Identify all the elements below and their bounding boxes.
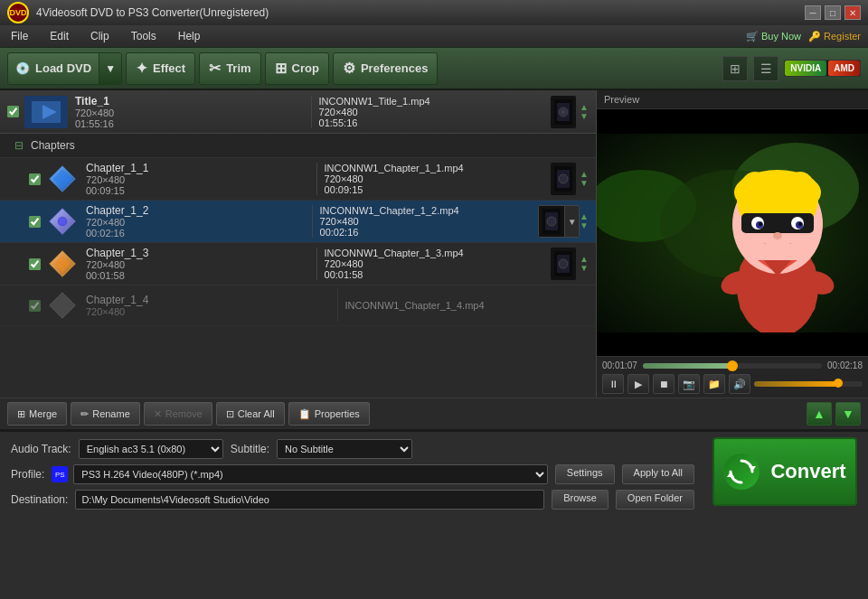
x-icon: ✕ bbox=[154, 408, 162, 420]
menu-clip[interactable]: Clip bbox=[87, 28, 113, 44]
menu-help[interactable]: Help bbox=[175, 28, 204, 44]
svg-rect-14 bbox=[59, 218, 65, 224]
rename-button[interactable]: ✏ Rename bbox=[71, 402, 140, 426]
merge-button[interactable]: ⊞ Merge bbox=[7, 402, 67, 426]
chapter-3-arrow-down[interactable]: ▼ bbox=[580, 264, 589, 273]
move-buttons: ▲ ▼ bbox=[807, 402, 861, 426]
chapters-expand-button[interactable]: ⊟ bbox=[14, 139, 24, 152]
chapter-4-checkbox[interactable] bbox=[29, 300, 41, 312]
volume-icon[interactable]: 🔊 bbox=[729, 374, 750, 394]
volume-bar[interactable] bbox=[754, 381, 863, 387]
title-thumbnail bbox=[24, 96, 68, 128]
crop-icon: ⊞ bbox=[275, 60, 287, 77]
chapter-2-arrows: ▲ ▼ bbox=[580, 212, 589, 230]
browse-button[interactable]: Browse bbox=[552, 490, 609, 510]
profile-select[interactable]: PS3 H.264 Video(480P) (*.mp4) bbox=[73, 464, 547, 484]
trim-button[interactable]: ✂ Trim bbox=[199, 52, 260, 85]
load-dvd-dropdown-arrow[interactable]: ▼ bbox=[99, 53, 121, 84]
convert-area: Convert bbox=[712, 437, 857, 506]
clear-all-button[interactable]: ⊡ Clear All bbox=[216, 402, 285, 426]
chapter-2-arrow-down[interactable]: ▼ bbox=[580, 221, 589, 230]
divider bbox=[337, 289, 338, 322]
chapter-1-arrow-down[interactable]: ▼ bbox=[580, 179, 589, 188]
effect-button[interactable]: ✦ Effect bbox=[126, 52, 195, 85]
effect-icon: ✦ bbox=[136, 60, 147, 77]
convert-button[interactable]: Convert bbox=[712, 437, 857, 506]
arrow-down-green[interactable]: ▼ bbox=[580, 112, 589, 121]
apply-to-all-button[interactable]: Apply to All bbox=[622, 464, 694, 484]
chapter-1-checkbox[interactable] bbox=[29, 173, 41, 185]
buy-now-button[interactable]: 🛒 Buy Now bbox=[746, 31, 801, 42]
main-content: Title_1 720×480 01:55:16 INCONNW1_Title_… bbox=[0, 90, 868, 398]
title-name: Title_1 bbox=[75, 95, 304, 108]
chapter-1-icon bbox=[46, 163, 79, 195]
svg-point-44 bbox=[773, 232, 782, 239]
menu-tools[interactable]: Tools bbox=[127, 28, 160, 44]
screenshot-button[interactable]: 📷 bbox=[678, 374, 700, 394]
volume-thumb bbox=[834, 379, 843, 388]
progress-bar-container: 00:01:07 00:02:18 bbox=[602, 360, 863, 370]
chapter-1-arrows: ▲ ▼ bbox=[580, 170, 589, 188]
convert-label: Convert bbox=[770, 460, 845, 483]
svg-point-17 bbox=[547, 217, 556, 226]
preview-video bbox=[597, 109, 868, 356]
chapter-4-output: INCONNW1_Chapter_1_4.mp4 bbox=[345, 300, 590, 311]
move-up-button[interactable]: ▲ bbox=[807, 402, 832, 426]
pause-button[interactable]: ⏸ bbox=[602, 374, 624, 394]
menu-edit[interactable]: Edit bbox=[46, 28, 72, 44]
table-row: Chapter_1_1 720×480 00:09:15 INCONNW1_Ch… bbox=[0, 158, 596, 201]
close-button[interactable]: ✕ bbox=[844, 5, 861, 20]
menu-file[interactable]: File bbox=[7, 28, 32, 44]
progress-thumb bbox=[727, 360, 738, 371]
ps3-mini-icon: PS bbox=[55, 471, 65, 479]
chapter-2-format-dropdown[interactable]: ▼ bbox=[564, 206, 579, 237]
title-checkbox[interactable] bbox=[7, 106, 19, 117]
list-view-button[interactable]: ⊞ bbox=[722, 56, 748, 81]
cart-icon: 🛒 bbox=[746, 31, 759, 42]
menu-right: 🛒 Buy Now 🔑 Register bbox=[746, 31, 861, 42]
move-down-button[interactable]: ▼ bbox=[835, 402, 861, 426]
divider bbox=[312, 205, 313, 238]
menu-items: File Edit Clip Tools Help bbox=[7, 28, 203, 44]
progress-bar[interactable] bbox=[643, 363, 822, 369]
chapter-2-ps3-dropdown[interactable]: ▼ bbox=[538, 205, 580, 238]
crop-button[interactable]: ⊞ Crop bbox=[265, 52, 329, 85]
open-folder-button[interactable]: Open Folder bbox=[616, 490, 694, 510]
stop-button[interactable]: ⏹ bbox=[653, 374, 675, 394]
chapter-2-ps3-icon bbox=[539, 206, 564, 237]
destination-input[interactable] bbox=[75, 490, 544, 510]
audio-track-select[interactable]: English ac3 5.1 (0x80) bbox=[79, 439, 223, 459]
chapter-1-output: INCONNW1_Chapter_1_1.mp4 720×480 00:09:1… bbox=[325, 163, 548, 195]
divider bbox=[311, 96, 312, 128]
chapter-2-checkbox[interactable] bbox=[29, 216, 41, 228]
scissors-icon: ✂ bbox=[209, 60, 221, 77]
table-row: Chapter_1_4 720×480 INCONNW1_Chapter_1_4… bbox=[0, 285, 596, 326]
svg-point-43 bbox=[798, 222, 802, 226]
chapter-3-checkbox[interactable] bbox=[29, 258, 41, 270]
clear-icon: ⊡ bbox=[226, 408, 234, 420]
play-button[interactable]: ▶ bbox=[627, 374, 649, 394]
maximize-button[interactable]: □ bbox=[825, 5, 841, 20]
preferences-button[interactable]: ⚙ Preferences bbox=[333, 52, 438, 85]
chapter-3-ps3-icon bbox=[551, 248, 576, 280]
preview-label: Preview bbox=[597, 90, 868, 109]
load-dvd-main[interactable]: 💿 Load DVD bbox=[8, 58, 99, 79]
convert-icon bbox=[723, 454, 760, 490]
load-dvd-button[interactable]: 💿 Load DVD ▼ bbox=[7, 52, 122, 85]
subtitle-select[interactable]: No Subtitle bbox=[277, 439, 412, 459]
chapter-2-icon bbox=[46, 205, 79, 238]
settings-button[interactable]: Settings bbox=[555, 464, 615, 484]
remove-button[interactable]: ✕ Remove bbox=[144, 402, 212, 426]
file-list: Title_1 720×480 01:55:16 INCONNW1_Title_… bbox=[0, 90, 597, 398]
action-bar: ⊞ Merge ✏ Rename ✕ Remove ⊡ Clear All 📋 … bbox=[0, 398, 868, 430]
properties-icon: 📋 bbox=[298, 408, 311, 420]
chapter-1-info: Chapter_1_1 720×480 00:09:15 bbox=[86, 162, 309, 196]
folder-button[interactable]: 📁 bbox=[703, 374, 725, 394]
svg-point-6 bbox=[561, 109, 566, 115]
properties-button[interactable]: 📋 Properties bbox=[288, 402, 370, 426]
arrow-up-green[interactable]: ▲ bbox=[580, 103, 589, 112]
title-info: Title_1 720×480 01:55:16 bbox=[75, 95, 304, 129]
detail-view-button[interactable]: ☰ bbox=[753, 56, 778, 81]
minimize-button[interactable]: ─ bbox=[805, 5, 821, 20]
register-button[interactable]: 🔑 Register bbox=[808, 31, 861, 42]
